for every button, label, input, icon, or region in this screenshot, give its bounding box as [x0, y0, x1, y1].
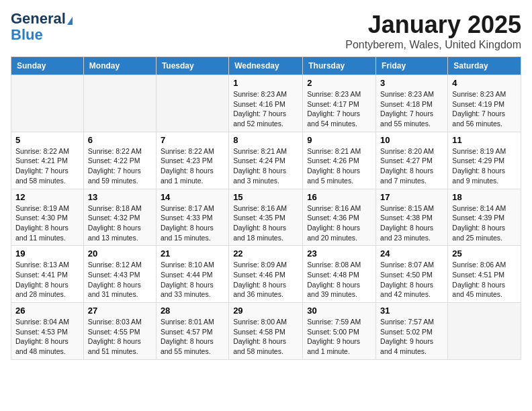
day-info: Sunrise: 8:01 AMSunset: 4:57 PMDaylight:…	[161, 317, 224, 357]
calendar-cell	[11, 75, 84, 132]
calendar-cell: 17Sunrise: 8:15 AMSunset: 4:38 PMDayligh…	[376, 189, 448, 246]
calendar-cell: 23Sunrise: 8:08 AMSunset: 4:48 PMDayligh…	[303, 246, 376, 303]
day-info: Sunrise: 8:04 AMSunset: 4:53 PMDaylight:…	[15, 317, 79, 357]
day-number: 25	[452, 248, 517, 259]
calendar-cell	[83, 75, 156, 132]
title-area: January 2025 Pontyberem, Wales, United K…	[345, 11, 521, 51]
day-number: 7	[161, 135, 224, 145]
header: General Blue January 2025 Pontyberem, Wa…	[11, 11, 521, 51]
weekday-header-cell: Sunday	[11, 57, 84, 75]
calendar-cell: 29Sunrise: 8:00 AMSunset: 4:58 PMDayligh…	[229, 303, 303, 360]
day-info: Sunrise: 8:09 AMSunset: 4:46 PMDaylight:…	[233, 260, 298, 300]
day-number: 9	[307, 135, 371, 145]
calendar-cell: 19Sunrise: 8:13 AMSunset: 4:41 PMDayligh…	[11, 246, 84, 303]
calendar-cell: 10Sunrise: 8:20 AMSunset: 4:27 PMDayligh…	[376, 132, 448, 189]
day-info: Sunrise: 8:15 AMSunset: 4:38 PMDaylight:…	[380, 203, 443, 243]
logo-general-text: General	[11, 10, 66, 27]
calendar-cell: 30Sunrise: 7:59 AMSunset: 5:00 PMDayligh…	[303, 303, 376, 360]
calendar-cell: 16Sunrise: 8:16 AMSunset: 4:36 PMDayligh…	[303, 189, 376, 246]
day-number: 4	[452, 78, 517, 88]
calendar-week-row: 12Sunrise: 8:19 AMSunset: 4:30 PMDayligh…	[11, 189, 521, 246]
day-info: Sunrise: 8:23 AMSunset: 4:17 PMDaylight:…	[307, 89, 371, 129]
day-info: Sunrise: 8:21 AMSunset: 4:26 PMDaylight:…	[307, 146, 371, 186]
day-info: Sunrise: 8:16 AMSunset: 4:35 PMDaylight:…	[233, 203, 298, 243]
day-info: Sunrise: 8:03 AMSunset: 4:55 PMDaylight:…	[88, 317, 152, 357]
day-number: 31	[380, 306, 443, 316]
calendar-cell: 20Sunrise: 8:12 AMSunset: 4:43 PMDayligh…	[83, 246, 156, 303]
day-number: 22	[233, 248, 298, 259]
calendar-week-row: 19Sunrise: 8:13 AMSunset: 4:41 PMDayligh…	[11, 246, 521, 303]
day-number: 11	[452, 135, 517, 145]
day-number: 27	[88, 306, 152, 316]
day-number: 8	[233, 135, 298, 145]
calendar-cell: 15Sunrise: 8:16 AMSunset: 4:35 PMDayligh…	[229, 189, 303, 246]
day-number: 30	[307, 306, 371, 316]
calendar-body: 1Sunrise: 8:23 AMSunset: 4:16 PMDaylight…	[11, 75, 521, 360]
calendar-cell: 5Sunrise: 8:22 AMSunset: 4:21 PMDaylight…	[11, 132, 84, 189]
day-number: 20	[88, 248, 152, 259]
day-number: 6	[88, 135, 152, 145]
weekday-header-cell: Friday	[376, 57, 448, 75]
calendar-cell: 6Sunrise: 8:22 AMSunset: 4:22 PMDaylight…	[83, 132, 156, 189]
calendar-cell: 7Sunrise: 8:22 AMSunset: 4:23 PMDaylight…	[156, 132, 228, 189]
weekday-header-cell: Tuesday	[156, 57, 228, 75]
day-info: Sunrise: 8:12 AMSunset: 4:43 PMDaylight:…	[88, 260, 152, 300]
day-number: 5	[15, 135, 79, 145]
calendar-cell	[156, 75, 228, 132]
calendar-header-row: SundayMondayTuesdayWednesdayThursdayFrid…	[11, 57, 521, 75]
logo-icon	[67, 17, 73, 25]
day-number: 13	[88, 192, 152, 202]
calendar-cell: 31Sunrise: 7:57 AMSunset: 5:02 PMDayligh…	[376, 303, 448, 360]
day-info: Sunrise: 8:20 AMSunset: 4:27 PMDaylight:…	[380, 146, 443, 186]
day-number: 14	[161, 192, 224, 202]
day-info: Sunrise: 8:22 AMSunset: 4:22 PMDaylight:…	[88, 146, 152, 186]
day-info: Sunrise: 8:14 AMSunset: 4:39 PMDaylight:…	[452, 203, 517, 243]
day-number: 18	[452, 192, 517, 202]
day-info: Sunrise: 8:23 AMSunset: 4:18 PMDaylight:…	[380, 89, 443, 129]
day-number: 10	[380, 135, 443, 145]
calendar-cell: 26Sunrise: 8:04 AMSunset: 4:53 PMDayligh…	[11, 303, 84, 360]
calendar-cell: 21Sunrise: 8:10 AMSunset: 4:44 PMDayligh…	[156, 246, 228, 303]
calendar-cell: 24Sunrise: 8:07 AMSunset: 4:50 PMDayligh…	[376, 246, 448, 303]
day-number: 26	[15, 306, 79, 316]
day-info: Sunrise: 8:10 AMSunset: 4:44 PMDaylight:…	[161, 260, 224, 300]
calendar-cell: 13Sunrise: 8:18 AMSunset: 4:32 PMDayligh…	[83, 189, 156, 246]
calendar-cell: 27Sunrise: 8:03 AMSunset: 4:55 PMDayligh…	[83, 303, 156, 360]
weekday-header-cell: Saturday	[448, 57, 521, 75]
day-number: 28	[161, 306, 224, 316]
calendar-cell	[448, 303, 521, 360]
calendar-week-row: 1Sunrise: 8:23 AMSunset: 4:16 PMDaylight…	[11, 75, 521, 132]
calendar-cell: 2Sunrise: 8:23 AMSunset: 4:17 PMDaylight…	[303, 75, 376, 132]
day-number: 3	[380, 78, 443, 88]
weekday-header-cell: Monday	[83, 57, 156, 75]
day-info: Sunrise: 8:17 AMSunset: 4:33 PMDaylight:…	[161, 203, 224, 243]
day-number: 29	[233, 306, 298, 316]
day-number: 16	[307, 192, 371, 202]
calendar-cell: 22Sunrise: 8:09 AMSunset: 4:46 PMDayligh…	[229, 246, 303, 303]
day-number: 17	[380, 192, 443, 202]
day-number: 2	[307, 78, 371, 88]
calendar-cell: 1Sunrise: 8:23 AMSunset: 4:16 PMDaylight…	[229, 75, 303, 132]
day-info: Sunrise: 7:59 AMSunset: 5:00 PMDaylight:…	[307, 317, 371, 357]
calendar-cell: 12Sunrise: 8:19 AMSunset: 4:30 PMDayligh…	[11, 189, 84, 246]
calendar-cell: 25Sunrise: 8:06 AMSunset: 4:51 PMDayligh…	[448, 246, 521, 303]
day-info: Sunrise: 8:07 AMSunset: 4:50 PMDaylight:…	[380, 260, 443, 300]
day-info: Sunrise: 8:23 AMSunset: 4:16 PMDaylight:…	[233, 89, 298, 129]
day-number: 21	[161, 248, 224, 259]
calendar-cell: 18Sunrise: 8:14 AMSunset: 4:39 PMDayligh…	[448, 189, 521, 246]
day-number: 15	[233, 192, 298, 202]
calendar-cell: 28Sunrise: 8:01 AMSunset: 4:57 PMDayligh…	[156, 303, 228, 360]
day-info: Sunrise: 8:08 AMSunset: 4:48 PMDaylight:…	[307, 260, 371, 300]
day-info: Sunrise: 8:22 AMSunset: 4:23 PMDaylight:…	[161, 146, 224, 186]
calendar-cell: 14Sunrise: 8:17 AMSunset: 4:33 PMDayligh…	[156, 189, 228, 246]
calendar-cell: 11Sunrise: 8:19 AMSunset: 4:29 PMDayligh…	[448, 132, 521, 189]
calendar-cell: 3Sunrise: 8:23 AMSunset: 4:18 PMDaylight…	[376, 75, 448, 132]
day-info: Sunrise: 8:22 AMSunset: 4:21 PMDaylight:…	[15, 146, 79, 186]
calendar-week-row: 5Sunrise: 8:22 AMSunset: 4:21 PMDaylight…	[11, 132, 521, 189]
calendar-week-row: 26Sunrise: 8:04 AMSunset: 4:53 PMDayligh…	[11, 303, 521, 360]
month-title: January 2025	[345, 11, 521, 39]
day-info: Sunrise: 8:23 AMSunset: 4:19 PMDaylight:…	[452, 89, 517, 129]
day-info: Sunrise: 8:00 AMSunset: 4:58 PMDaylight:…	[233, 317, 298, 357]
day-number: 12	[15, 192, 79, 202]
day-number: 24	[380, 248, 443, 259]
